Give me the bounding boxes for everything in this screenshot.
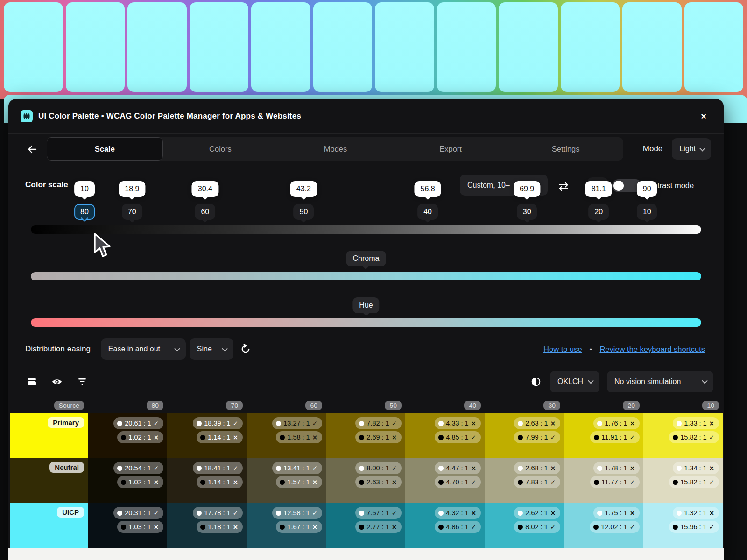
contrast-ratio-value: 20.61 : 1 — [125, 419, 151, 428]
contrast-ratio-value: 12.02 : 1 — [601, 522, 627, 532]
column-header-badge: 20 — [623, 401, 640, 410]
fail-x-icon: × — [471, 463, 476, 473]
fail-x-icon: × — [709, 463, 714, 473]
contrast-ratio-pill: 1.34 : 1× — [673, 462, 719, 474]
pill-stack: 1.32 : 1×15.96 : 1✓ — [669, 507, 719, 533]
contrast-ratio-value: 15.82 : 1 — [680, 477, 706, 487]
how-to-use-link[interactable]: How to use — [543, 345, 582, 354]
shade-cell-10[interactable]: 1.33 : 1×15.82 : 1✓ — [643, 413, 723, 458]
preview-visibility-button[interactable] — [50, 375, 63, 388]
tab-export[interactable]: Export — [393, 137, 508, 161]
vision-simulation-dropdown[interactable]: No vision simulation — [607, 371, 713, 392]
white-dot-icon — [276, 466, 281, 471]
black-dot-icon — [200, 480, 205, 485]
shade-cell-20[interactable]: 1.78 : 1×11.77 : 1✓ — [564, 458, 643, 503]
keyboard-shortcuts-link[interactable]: Review the keyboard shortcuts — [599, 345, 705, 354]
tab-colors[interactable]: Colors — [163, 137, 278, 161]
pill-stack: 17.78 : 1✓1.18 : 1× — [193, 507, 243, 533]
tab-scale[interactable]: Scale — [47, 137, 163, 161]
shade-cell-40[interactable]: 4.32 : 1×4.86 : 1✓ — [405, 503, 485, 548]
shade-cell-40[interactable]: 4.33 : 1×4.85 : 1✓ — [405, 413, 485, 458]
fail-x-icon: × — [233, 433, 238, 442]
shade-cell-10[interactable]: 1.34 : 1×15.82 : 1✓ — [643, 458, 723, 503]
contrast-ratio-pill: 7.57 : 1✓ — [355, 507, 402, 519]
fail-x-icon: × — [392, 433, 397, 442]
palette-card — [4, 2, 63, 92]
reset-easing-button[interactable] — [236, 340, 255, 358]
mode-dropdown[interactable]: Light — [672, 138, 711, 160]
chroma-slider[interactable] — [31, 272, 701, 280]
contrast-ratio-value: 2.63 : 1 — [366, 477, 389, 487]
contrast-ratio-pill: 18.41 : 1✓ — [193, 462, 243, 474]
easing-dropdown[interactable]: Ease in and out — [101, 338, 186, 360]
white-dot-icon — [518, 421, 523, 426]
white-dot-icon — [117, 466, 122, 471]
stop-handle-50[interactable]: 50 — [294, 204, 314, 220]
shade-cell-80[interactable]: 20.54 : 1✓1.02 : 1× — [88, 458, 167, 503]
contrast-ratio-value: 17.78 : 1 — [204, 508, 230, 518]
stop-handle-60[interactable]: 60 — [195, 204, 215, 220]
lightness-slider[interactable] — [31, 225, 701, 234]
pill-stack: 1.76 : 1×11.91 : 1✓ — [590, 417, 640, 443]
shade-cell-20[interactable]: 1.76 : 1×11.91 : 1✓ — [564, 413, 643, 458]
hue-slider[interactable] — [31, 318, 701, 327]
pill-stack: 4.33 : 1×4.85 : 1✓ — [435, 417, 481, 443]
black-dot-icon — [121, 435, 126, 440]
stop-handle-70[interactable]: 70 — [122, 204, 142, 220]
contrast-ratio-pill: 1.76 : 1× — [593, 417, 640, 429]
pass-check-icon: ✓ — [709, 433, 714, 442]
shade-cell-30[interactable]: 2.68 : 1×7.83 : 1✓ — [485, 458, 564, 503]
source-cell-neutral[interactable]: Neutral — [10, 458, 88, 503]
color-space-dropdown[interactable]: OKLCH — [550, 371, 599, 392]
stop-handle-10[interactable]: 10 — [637, 204, 657, 220]
shade-cell-60[interactable]: 13.41 : 1✓1.57 : 1× — [247, 458, 326, 503]
shade-cell-80[interactable]: 20.61 : 1✓1.02 : 1× — [88, 413, 167, 458]
tab-modes[interactable]: Modes — [278, 137, 393, 161]
pill-stack: 8.00 : 1✓2.63 : 1× — [355, 462, 402, 488]
shade-cell-30[interactable]: 2.63 : 1×7.99 : 1✓ — [485, 413, 564, 458]
shade-cell-80[interactable]: 20.31 : 1✓1.03 : 1× — [88, 503, 167, 548]
stop-handle-40[interactable]: 40 — [417, 204, 438, 220]
contrast-ratio-value: 1.78 : 1 — [605, 463, 627, 473]
contrast-ratio-value: 11.77 : 1 — [601, 477, 627, 487]
shade-cell-60[interactable]: 12.58 : 1✓1.67 : 1× — [247, 503, 326, 548]
back-button[interactable] — [25, 142, 39, 156]
contrast-ratio-pill: 4.47 : 1× — [435, 462, 481, 474]
shade-cell-50[interactable]: 7.82 : 1✓2.69 : 1× — [326, 413, 405, 458]
contrast-ratio-pill: 12.58 : 1✓ — [272, 507, 322, 519]
tab-strip: ScaleColorsModesExportSettings — [47, 137, 623, 161]
contrast-ratio-value: 13.27 : 1 — [283, 419, 310, 428]
close-icon[interactable]: × — [696, 108, 712, 124]
source-cell-uicp[interactable]: UICP — [10, 503, 88, 548]
tab-settings[interactable]: Settings — [508, 137, 623, 161]
shade-cell-70[interactable]: 17.78 : 1✓1.18 : 1× — [167, 503, 247, 548]
pill-stack: 2.63 : 1×7.99 : 1✓ — [514, 417, 560, 443]
source-cell-primary[interactable]: Primary — [10, 413, 88, 458]
white-dot-icon — [197, 466, 202, 471]
shade-cell-30[interactable]: 2.62 : 1×8.02 : 1✓ — [485, 503, 564, 548]
contrast-ratio-pill: 1.18 : 1× — [197, 521, 243, 533]
shade-cell-60[interactable]: 13.27 : 1✓1.58 : 1× — [247, 413, 326, 458]
stop-handle-30[interactable]: 30 — [517, 204, 537, 220]
contrast-ratio-pill: 8.00 : 1✓ — [355, 462, 402, 474]
stop-handle-20[interactable]: 20 — [588, 204, 609, 220]
deck-view-button[interactable] — [25, 375, 38, 388]
shade-cell-50[interactable]: 7.57 : 1✓2.77 : 1× — [326, 503, 405, 548]
black-dot-icon — [438, 435, 444, 440]
filter-button[interactable] — [76, 375, 89, 388]
column-header-cell: 40 — [405, 398, 485, 413]
pass-check-icon: ✓ — [471, 477, 476, 487]
contrast-scores-button[interactable] — [529, 375, 543, 388]
stop-handle-80[interactable]: 80 — [74, 204, 95, 220]
shade-cell-70[interactable]: 18.41 : 1✓1.14 : 1× — [167, 458, 247, 503]
easing-curve-dropdown[interactable]: Sine — [190, 338, 233, 360]
help-links: How to use • Review the keyboard shortcu… — [543, 345, 705, 354]
shade-cell-10[interactable]: 1.32 : 1×15.96 : 1✓ — [643, 503, 723, 548]
palette-table: Source8070605040302010 Primary20.61 : 1✓… — [10, 398, 723, 548]
shade-cell-70[interactable]: 18.39 : 1✓1.14 : 1× — [167, 413, 247, 458]
shade-cell-50[interactable]: 8.00 : 1✓2.63 : 1× — [326, 458, 405, 503]
chevron-down-icon — [222, 345, 228, 351]
invert-scale-button[interactable] — [555, 180, 572, 194]
shade-cell-20[interactable]: 1.75 : 1×12.02 : 1✓ — [564, 503, 643, 548]
shade-cell-40[interactable]: 4.47 : 1×4.70 : 1✓ — [405, 458, 485, 503]
